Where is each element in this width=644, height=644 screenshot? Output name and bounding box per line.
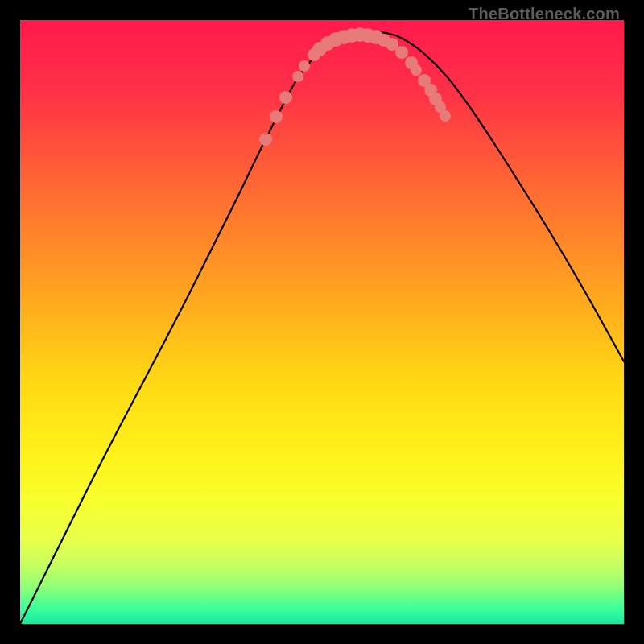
marker-point [395, 46, 408, 59]
marker-point [299, 60, 310, 72]
marker-point [259, 133, 272, 146]
highlight-markers [259, 27, 451, 146]
watermark-text: TheBottleneck.com [469, 5, 620, 23]
marker-point [411, 64, 422, 76]
marker-point [440, 110, 451, 122]
marker-point [292, 71, 303, 82]
bottleneck-curve [20, 32, 624, 624]
chart-frame: TheBottleneck.com [0, 0, 644, 644]
marker-point [270, 110, 283, 123]
curve-layer [20, 20, 624, 624]
marker-point [279, 91, 292, 104]
plot-area [20, 20, 624, 624]
